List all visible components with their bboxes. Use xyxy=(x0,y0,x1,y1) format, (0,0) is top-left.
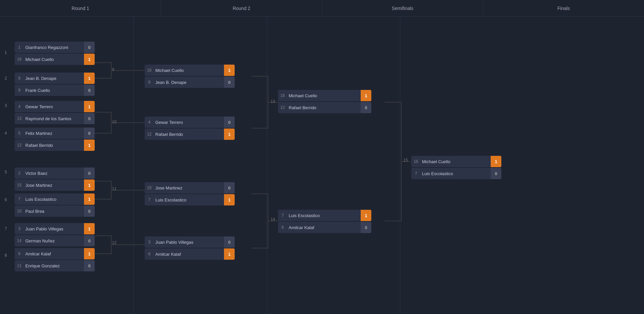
r2-m12-team1: 3 Juan Pablo Villegas 0 xyxy=(145,236,235,248)
r2-m9-team2: 8 Jean B. Denape 0 xyxy=(145,77,235,88)
row-label-1: 1 xyxy=(5,50,7,55)
r1-m7-team2: 14 German Nuñez 0 xyxy=(15,235,95,246)
r2-m9-team1: 16 Michael Cuello 1 xyxy=(145,65,235,76)
r2-m12-team2: 6 Amilcar Kalaf 1 xyxy=(145,248,235,260)
r1-m2-team1: 8 Jean B. Denape 1 xyxy=(15,73,95,84)
bracket-area: 1 2 3 4 5 6 7 8 1 Gianfranco Regazzoni 0… xyxy=(0,17,644,314)
r1-m7-team1: 3 Juan Pablo Villegas 1 xyxy=(15,223,95,234)
f-m15-team2: 7 Luis Escolastico 0 xyxy=(411,168,501,179)
r2-m11-team1: 15 Jose Martinez 0 xyxy=(145,182,235,193)
r1-m3-team1: 4 Gewar Terrero 1 xyxy=(15,101,95,112)
r1-m2-team2: 9 Frank Cuello 0 xyxy=(15,85,95,96)
r1-m3-team2: 13 Raymond de los Santos 0 xyxy=(15,113,95,124)
header-semifinals: Semifinals xyxy=(322,0,483,16)
bracket-container: Round 1 Round 2 Semifinals Finals xyxy=(0,0,644,314)
r1-m4-team1: 5 Felix Martinez 0 xyxy=(15,128,95,139)
r1-m5-team1: 2 Victor Baez 0 xyxy=(15,167,95,179)
r1-m6-team2: 10 Paul Brea 0 xyxy=(15,205,95,217)
row-label-2: 2 xyxy=(5,76,7,81)
row-label-3: 3 xyxy=(5,103,7,108)
r1-m4-team2: 12 Rafael Berrido 1 xyxy=(15,140,95,151)
match-num-15: 15 xyxy=(403,158,408,162)
header-round1: Round 1 xyxy=(0,0,161,16)
sf-m13-team1: 16 Michael Cuello 1 xyxy=(278,90,371,101)
row-label-4: 4 xyxy=(5,131,7,136)
f-m15-team1: 16 Michael Cuello 1 xyxy=(411,156,501,167)
header-finals: Finals xyxy=(483,0,644,16)
r1-m6-team1: 7 Luis Escolastico 1 xyxy=(15,193,95,205)
match-num-12: 12 xyxy=(112,240,116,245)
match-num-11: 11 xyxy=(112,186,116,191)
sf-m14-team2: 6 Amilcar Kalaf 0 xyxy=(278,222,371,233)
match-num-13: 13 xyxy=(271,99,275,104)
r1-m8-team2: 11 Enrique Gonzalez 0 xyxy=(15,260,95,271)
row-label-8: 8 xyxy=(5,253,7,258)
col-divider-2 xyxy=(267,17,267,314)
row-label-7: 7 xyxy=(5,226,7,231)
match-num-10: 10 xyxy=(112,120,116,124)
r1-m5-team2: 15 Jose Martinez 1 xyxy=(15,179,95,191)
row-label-6: 6 xyxy=(5,197,7,202)
row-label-5: 5 xyxy=(5,170,7,174)
connector-lines xyxy=(0,17,644,314)
r1-m1-team1: 1 Gianfranco Regazzoni 0 xyxy=(15,42,95,53)
r2-m10-team2: 12 Rafael Berrido 1 xyxy=(145,129,235,140)
r1-m8-team1: 6 Amilcar Kalaf 1 xyxy=(15,248,95,259)
match-num-14: 14 xyxy=(271,217,275,222)
r2-m10-team1: 4 Gewar Terrero 0 xyxy=(145,117,235,128)
sf-m14-team1: 7 Luis Escolastico 1 xyxy=(278,210,371,221)
round-headers: Round 1 Round 2 Semifinals Finals xyxy=(0,0,644,17)
col-divider-1 xyxy=(133,17,134,314)
match-num-9: 9 xyxy=(112,67,114,72)
r2-m11-team2: 7 Luis Escolastico 1 xyxy=(145,194,235,205)
header-round2: Round 2 xyxy=(161,0,322,16)
sf-m13-team2: 12 Rafael Berrido 0 xyxy=(278,102,371,113)
col-divider-3 xyxy=(400,17,400,314)
r1-m1-team2: 16 Michael Cuello 1 xyxy=(15,54,95,65)
